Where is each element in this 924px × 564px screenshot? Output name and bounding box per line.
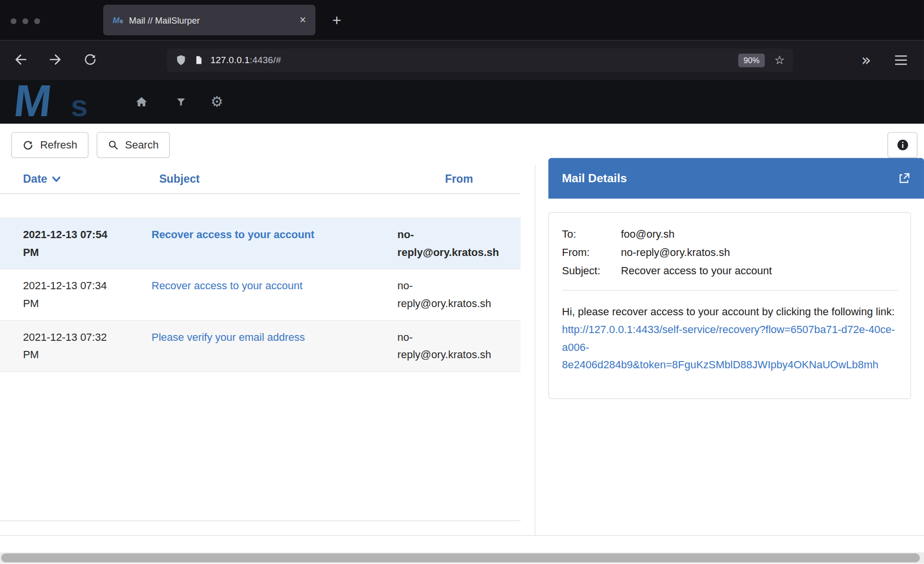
- subject-value: Recover access to your account: [621, 262, 897, 280]
- back-arrow-icon: [13, 52, 28, 67]
- refresh-label: Refresh: [40, 139, 77, 151]
- mail-row[interactable]: 2021-12-13 07:32 PM Please verify your e…: [0, 321, 521, 372]
- url-text[interactable]: 127.0.0.1:4436/#: [211, 55, 738, 66]
- search-label: Search: [125, 139, 159, 151]
- mail-details-header: Mail Details: [548, 158, 924, 199]
- mail-details-card: To: foo@ory.sh From: no-reply@ory.kratos…: [548, 212, 911, 399]
- address-bar[interactable]: 127.0.0.1:4436/# 90% ☆: [167, 48, 793, 72]
- mail-body: Hi, please recover access to your accoun…: [562, 303, 897, 374]
- search-icon: [108, 140, 119, 150]
- chevron-down-icon: [52, 176, 61, 182]
- window-dot-icon[interactable]: [22, 18, 28, 24]
- window-dot-icon[interactable]: [11, 18, 16, 24]
- column-header-subject[interactable]: Subject: [151, 173, 397, 186]
- mail-list-header: Date Subject From: [0, 165, 521, 194]
- divider: [562, 290, 897, 291]
- refresh-icon: [22, 139, 33, 150]
- browser-toolbar: 127.0.0.1:4436/# 90% ☆ »: [0, 40, 924, 80]
- horizontal-scrollbar[interactable]: [0, 552, 924, 564]
- info-button[interactable]: [887, 132, 917, 158]
- info-icon: [897, 139, 908, 151]
- gear-icon[interactable]: ⚙: [205, 90, 229, 113]
- new-tab-button[interactable]: +: [326, 10, 347, 31]
- scrollbar-thumb[interactable]: [1, 553, 920, 562]
- recovery-link[interactable]: http://127.0.0.1:4433/self-service/recov…: [562, 323, 895, 371]
- mail-meta: To: foo@ory.sh From: no-reply@ory.kratos…: [562, 225, 897, 280]
- from-label: From:: [562, 243, 621, 262]
- mail-list-pane: Date Subject From 2021-12-13 07:54 PM Re…: [0, 165, 535, 535]
- search-button[interactable]: Search: [97, 132, 170, 158]
- mail-row-from: no-reply@ory.kratos.sh: [397, 328, 521, 363]
- mail-details-title: Mail Details: [562, 172, 627, 185]
- tab-title: Mail // MailSlurper: [129, 15, 294, 25]
- back-button[interactable]: [9, 48, 32, 71]
- mail-row-date: 2021-12-13 07:34 PM: [0, 277, 151, 312]
- mail-list: Date Subject From 2021-12-13 07:54 PM Re…: [0, 165, 521, 521]
- from-value: no-reply@ory.kratos.sh: [621, 243, 897, 262]
- content-bottom-border: [0, 535, 924, 536]
- overflow-chevron-icon[interactable]: »: [855, 40, 877, 80]
- mail-row-date: 2021-12-13 07:32 PM: [0, 328, 151, 363]
- refresh-button[interactable]: Refresh: [11, 132, 88, 158]
- mail-row-subject-link[interactable]: Recover access to your account: [151, 226, 397, 261]
- shield-icon[interactable]: [175, 54, 187, 67]
- window-controls[interactable]: [11, 18, 40, 24]
- reload-icon: [83, 53, 97, 67]
- zoom-indicator[interactable]: 90%: [738, 54, 765, 67]
- mail-details-pane: Mail Details To: foo@ory.sh From: no-rep…: [548, 158, 924, 399]
- to-label: To:: [562, 225, 621, 243]
- mail-row[interactable]: 2021-12-13 07:54 PM Recover access to yo…: [0, 218, 521, 269]
- tab-favicon-icon: Ms: [113, 15, 123, 25]
- forward-button[interactable]: [43, 48, 67, 71]
- mailslurper-logo: M s: [14, 80, 114, 124]
- external-link-icon[interactable]: [897, 172, 910, 185]
- tab-close-icon[interactable]: ×: [299, 13, 306, 27]
- mail-row-date: 2021-12-13 07:54 PM: [0, 226, 151, 261]
- mail-rows: 2021-12-13 07:54 PM Recover access to yo…: [0, 217, 521, 372]
- to-value: foo@ory.sh: [621, 225, 897, 243]
- reload-button[interactable]: [79, 48, 102, 71]
- mail-row-from: no-reply@ory.kratos.sh: [397, 226, 521, 261]
- column-header-from[interactable]: From: [397, 173, 521, 186]
- browser-tab-bar: Ms Mail // MailSlurper × +: [0, 0, 924, 40]
- mail-row-from: no-reply@ory.kratos.sh: [397, 277, 521, 312]
- subject-label: Subject:: [562, 262, 621, 280]
- column-header-date[interactable]: Date: [0, 173, 151, 186]
- mail-row[interactable]: 2021-12-13 07:34 PM Recover access to yo…: [0, 269, 521, 321]
- filter-icon[interactable]: [169, 90, 193, 113]
- home-icon[interactable]: [130, 90, 153, 113]
- mail-row-subject-link[interactable]: Please verify your email address: [151, 328, 397, 363]
- mailslurper-navbar: M s ⚙: [0, 80, 924, 124]
- menu-icon[interactable]: [889, 40, 913, 80]
- window-dot-icon[interactable]: [34, 18, 40, 24]
- forward-arrow-icon: [48, 52, 63, 67]
- page-info-icon[interactable]: [194, 54, 204, 66]
- screen: Ms Mail // MailSlurper × + 127.0.0.1:443…: [0, 0, 924, 564]
- mail-row-subject-link[interactable]: Recover access to your account: [151, 277, 397, 312]
- bookmark-star-icon[interactable]: ☆: [774, 53, 785, 67]
- browser-tab[interactable]: Ms Mail // MailSlurper ×: [103, 5, 315, 36]
